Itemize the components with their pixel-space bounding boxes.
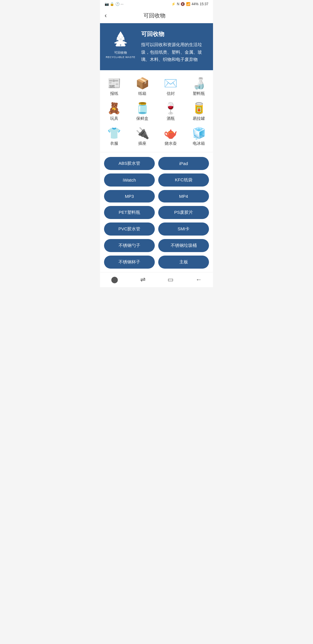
back-button[interactable]: ‹ (105, 12, 107, 19)
kettle-icon: 🫖 (164, 128, 177, 139)
newspaper-icon: 📰 (107, 78, 121, 89)
toy-label: 玩具 (110, 116, 118, 121)
wifi-icon: 📶 (186, 2, 190, 6)
container-icon: 🫙 (136, 103, 149, 114)
hero-icon-label: 可回收物RECYCLABLE WASTE (106, 50, 135, 59)
category-item-can[interactable]: 🥫 易拉罐 (185, 100, 213, 125)
toy-icon: 🧸 (107, 103, 121, 114)
can-icon: 🥫 (192, 103, 206, 114)
wine-bottle-icon: 🍷 (164, 103, 177, 114)
status-bar: 📷 🔒 🕐 ··· ⚡ N 🔇 📶 44% 15:37 (100, 0, 213, 8)
category-item-envelope[interactable]: ✉️ 信封 (156, 75, 185, 100)
socket-icon: 🔌 (136, 128, 149, 139)
tag-button-10[interactable]: 不锈钢勺子 (104, 239, 155, 252)
nfc-icon: N (177, 2, 179, 6)
status-right: ⚡ N 🔇 📶 44% 15:37 (171, 2, 208, 6)
nav-bar: ‹ 可回收物 (100, 8, 213, 23)
plastic-bottle-icon: 🍶 (192, 78, 206, 89)
category-item-kettle[interactable]: 🫖 烧水壶 (156, 125, 185, 150)
tag-button-5[interactable]: MP4 (158, 190, 209, 202)
category-item-plastic-bottle[interactable]: 🍶 塑料瓶 (185, 75, 213, 100)
socket-label: 插座 (138, 141, 146, 146)
recent-button[interactable]: ⇌ (134, 274, 151, 286)
cardboard-icon: 📦 (136, 78, 149, 89)
tag-button-4[interactable]: MP3 (104, 190, 155, 202)
tags-grid: ABS胶水管iPadiWatchKFC纸袋MP3MP4PET塑料瓶PS废胶片PV… (104, 157, 209, 269)
hero-title: 可回收物 (141, 30, 207, 38)
bt-icon: ⚡ (171, 2, 176, 6)
overview-button[interactable]: ▭ (162, 274, 179, 286)
hero-banner: 可回收物RECYCLABLE WASTE 可回收物 指可以回收和资源化用的生活垃… (100, 23, 213, 70)
tag-button-11[interactable]: 不锈钢垃圾桶 (158, 239, 209, 252)
clothes-icon: 👕 (107, 128, 121, 139)
plastic-bottle-label: 塑料瓶 (193, 91, 205, 96)
clothes-label: 衣服 (110, 141, 118, 146)
tag-button-9[interactable]: SMI卡 (158, 222, 209, 236)
tag-button-12[interactable]: 不锈钢杯子 (104, 256, 155, 269)
can-label: 易拉罐 (193, 116, 205, 121)
status-left: 📷 🔒 🕐 ··· (105, 2, 123, 6)
tag-button-6[interactable]: PET塑料瓶 (104, 206, 155, 219)
recycle-icon (111, 30, 130, 49)
back-nav-button[interactable]: ← (190, 274, 208, 286)
hero-icon-area: 可回收物RECYCLABLE WASTE (106, 30, 135, 59)
battery-label: 44% (192, 2, 199, 6)
category-item-wine-bottle[interactable]: 🍷 酒瓶 (156, 100, 185, 125)
tag-button-8[interactable]: PVC胶水管 (104, 222, 155, 236)
category-item-toy[interactable]: 🧸 玩具 (100, 100, 128, 125)
fridge-icon: 🧊 (192, 128, 206, 139)
status-icons: 📷 🔒 🕐 ··· (105, 2, 123, 6)
page-title: 可回收物 (111, 12, 197, 19)
mute-icon: 🔇 (181, 2, 185, 6)
tag-button-7[interactable]: PS废胶片 (158, 206, 209, 219)
wine-bottle-label: 酒瓶 (167, 116, 175, 121)
tag-button-2[interactable]: iWatch (104, 173, 155, 187)
envelope-label: 信封 (167, 91, 175, 96)
hero-description: 指可以回收和资源化用的生活垃圾，包括纸类、塑料、金属、玻璃、木料、织物和电子废弃… (141, 41, 207, 63)
tag-button-13[interactable]: 主板 (158, 256, 209, 269)
time-label: 15:37 (200, 2, 208, 6)
category-item-container[interactable]: 🫙 保鲜盒 (128, 100, 157, 125)
tag-button-3[interactable]: KFC纸袋 (158, 173, 209, 187)
category-grid: 📰 报纸 📦 纸箱 ✉️ 信封 🍶 塑料瓶 🧸 玩具 🫙 保鲜盒 🍷 酒瓶 🥫 … (100, 70, 213, 152)
category-item-fridge[interactable]: 🧊 电冰箱 (185, 125, 213, 150)
bottom-nav: ⬤ ⇌ ▭ ← (100, 272, 213, 287)
newspaper-label: 报纸 (110, 91, 118, 96)
category-item-clothes[interactable]: 👕 衣服 (100, 125, 128, 150)
cardboard-label: 纸箱 (138, 91, 146, 96)
category-item-cardboard[interactable]: 📦 纸箱 (128, 75, 157, 100)
home-button[interactable]: ⬤ (105, 274, 124, 286)
hero-text: 可回收物 指可以回收和资源化用的生活垃圾，包括纸类、塑料、金属、玻璃、木料、织物… (141, 30, 207, 63)
tag-button-1[interactable]: iPad (158, 157, 209, 170)
tag-button-0[interactable]: ABS胶水管 (104, 157, 155, 170)
fridge-label: 电冰箱 (193, 141, 205, 146)
container-label: 保鲜盒 (136, 116, 148, 121)
category-item-socket[interactable]: 🔌 插座 (128, 125, 157, 150)
tags-section: ABS胶水管iPadiWatchKFC纸袋MP3MP4PET塑料瓶PS废胶片PV… (100, 152, 213, 272)
kettle-label: 烧水壶 (165, 141, 177, 146)
category-item-newspaper[interactable]: 📰 报纸 (100, 75, 128, 100)
envelope-icon: ✉️ (164, 78, 177, 89)
